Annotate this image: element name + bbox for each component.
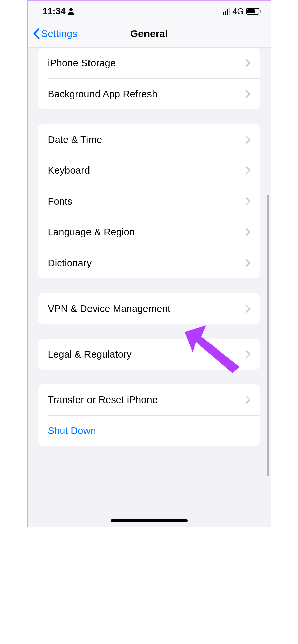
row-keyboard[interactable]: Keyboard (38, 155, 260, 186)
row-fonts[interactable]: Fonts (38, 186, 260, 217)
row-background-app-refresh[interactable]: Background App Refresh (38, 78, 260, 109)
chevron-right-icon (246, 259, 250, 267)
row-shut-down[interactable]: Shut Down (38, 415, 260, 446)
chevron-right-icon (246, 197, 250, 205)
row-label: Dictionary (48, 258, 92, 269)
battery-icon (246, 8, 261, 15)
row-language-region[interactable]: Language & Region (38, 217, 260, 248)
person-icon (68, 8, 74, 15)
settings-group: VPN & Device Management (38, 293, 260, 324)
svg-point-0 (69, 8, 73, 11)
chevron-right-icon (246, 350, 250, 358)
settings-group: Transfer or Reset iPhoneShut Down (38, 384, 260, 446)
cellular-signal-icon (223, 8, 230, 15)
page-title: General (130, 28, 168, 39)
nav-bar: Settings General (28, 19, 271, 48)
row-dictionary[interactable]: Dictionary (38, 248, 260, 278)
back-label: Settings (41, 28, 77, 39)
chevron-right-icon (246, 90, 250, 98)
home-indicator[interactable] (111, 519, 188, 522)
settings-group: Date & TimeKeyboardFontsLanguage & Regio… (38, 124, 260, 278)
row-label: Date & Time (48, 134, 102, 145)
row-transfer-reset-iphone[interactable]: Transfer or Reset iPhone (38, 384, 260, 415)
chevron-right-icon (246, 396, 250, 404)
row-label: Legal & Regulatory (48, 349, 132, 360)
row-label: Language & Region (48, 227, 135, 238)
row-vpn-device-management[interactable]: VPN & Device Management (38, 293, 260, 324)
status-left: 11:34 (43, 6, 74, 17)
row-legal-regulatory[interactable]: Legal & Regulatory (38, 339, 260, 370)
device-frame: 11:34 4G (27, 0, 271, 527)
chevron-left-icon (33, 28, 40, 39)
row-label: VPN & Device Management (48, 303, 171, 314)
settings-content: iPhone StorageBackground App RefreshDate… (28, 48, 271, 446)
status-time: 11:34 (43, 6, 66, 17)
row-label: Transfer or Reset iPhone (48, 394, 158, 406)
chevron-right-icon (246, 136, 250, 144)
row-iphone-storage[interactable]: iPhone Storage (38, 48, 260, 78)
row-date-time[interactable]: Date & Time (38, 124, 260, 155)
network-type: 4G (232, 7, 244, 16)
scroll-indicator (267, 195, 269, 476)
row-label: Shut Down (48, 425, 96, 436)
chevron-right-icon (246, 228, 250, 236)
settings-group: Legal & Regulatory (38, 339, 260, 370)
chevron-right-icon (246, 305, 250, 313)
status-right: 4G (223, 7, 261, 16)
status-bar: 11:34 4G (28, 1, 271, 19)
row-label: Keyboard (48, 165, 90, 176)
settings-group: iPhone StorageBackground App Refresh (38, 48, 260, 109)
chevron-right-icon (246, 59, 250, 67)
row-label: Fonts (48, 196, 73, 207)
back-button[interactable]: Settings (33, 28, 77, 39)
row-label: Background App Refresh (48, 89, 158, 100)
row-label: iPhone Storage (48, 58, 116, 69)
chevron-right-icon (246, 166, 250, 174)
